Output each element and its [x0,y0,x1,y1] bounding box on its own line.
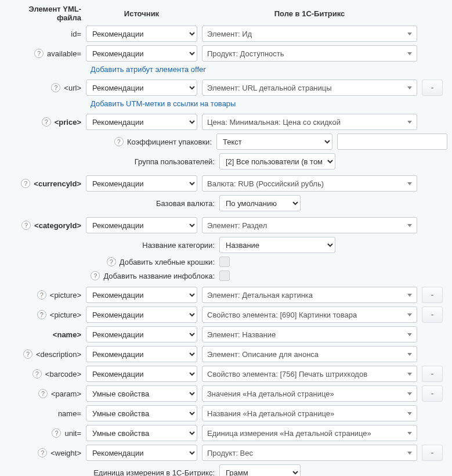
label-user-group: Группа пользователей: [135,157,215,166]
label-base-currency: Базовая валюта: [156,199,215,208]
help-icon[interactable]: ? [91,271,100,280]
label-category: <categoryId> [34,221,81,230]
label-url: <url> [64,84,81,92]
header-source: Источник [86,9,202,18]
field-param[interactable]: Значения «На детальной странице» [202,385,417,402]
source-name[interactable]: Рекомендации [86,326,197,342]
field-available[interactable]: Продукт: Доступность [202,45,417,62]
source-url[interactable]: Рекомендации [86,80,197,96]
cat-name-select[interactable]: Название [219,237,335,253]
link-utm[interactable]: Добавить UTM-метки в ссылки на товары [91,99,236,108]
delete-button[interactable]: - [422,80,443,96]
source-param[interactable]: Умные свойства [86,385,197,402]
field-url[interactable]: Элемент: URL детальной страницы [202,80,417,96]
help-icon[interactable]: ? [37,310,46,319]
help-icon[interactable]: ? [21,179,30,188]
label-picture2: <picture> [50,311,81,319]
label-picture1: <picture> [50,291,81,300]
field-barcode[interactable]: Свойство элемента: [756] Печать штрихкод… [202,366,417,382]
help-icon[interactable]: ? [42,117,51,127]
source-name-attr[interactable]: Умные свойства [86,405,197,421]
source-barcode[interactable]: Рекомендации [86,366,197,382]
field-picture1[interactable]: Элемент: Детальная картинка [202,287,417,303]
field-picture2[interactable]: Свойство элемента: [690] Картинки товара [202,306,417,323]
delete-button[interactable]: - [422,385,443,402]
source-weight[interactable]: Рекомендации [86,445,197,461]
delete-button[interactable]: - [422,445,443,461]
help-icon[interactable]: ? [114,137,124,146]
help-icon[interactable]: ? [51,83,60,92]
source-description[interactable]: Рекомендации [86,346,197,362]
pack-coef-input[interactable] [337,134,447,150]
help-icon[interactable]: ? [107,257,116,266]
label-available: available= [47,49,81,58]
field-name-attr[interactable]: Названия «На детальной странице» [202,405,417,421]
delete-button[interactable]: - [422,287,443,303]
source-currency[interactable]: Рекомендации [86,175,197,192]
help-icon[interactable]: ? [52,428,61,438]
field-description[interactable]: Элемент: Описание для анонса [202,346,417,362]
label-pack-coef: Коэффициент упаковки: [127,138,212,146]
pack-coef-select[interactable]: Текст [216,134,332,150]
source-category[interactable]: Рекомендации [86,217,197,233]
label-unit: unit= [64,429,81,438]
field-currency[interactable]: Валюта: RUB (Российский рубль) [202,175,417,192]
help-icon[interactable]: ? [37,290,46,300]
label-name: <name> [53,330,81,339]
label-weight-unit: Единица измерения в 1С-Битрикс: [93,468,215,477]
help-icon[interactable]: ? [32,369,42,378]
label-iblock-name: Добавить название инфоблока: [103,272,215,280]
source-price[interactable]: Рекомендации [86,114,197,130]
header-field: Поле в 1С-Битрикс [202,9,422,18]
field-category[interactable]: Элемент: Раздел [202,217,417,233]
header-yml: Элемент YML-файла [5,5,86,22]
source-id[interactable]: Рекомендации [86,26,197,42]
delete-button[interactable]: - [422,306,443,323]
field-unit[interactable]: Единица измерения «На детальной странице… [202,425,417,441]
label-id: id= [71,30,81,38]
label-name-attr: name= [58,409,81,418]
label-barcode: <barcode> [45,370,81,378]
label-weight: <weight> [50,449,81,457]
help-icon[interactable]: ? [38,389,48,398]
source-available[interactable]: Рекомендации [86,45,197,62]
label-param: <param> [51,390,81,398]
iblock-name-checkbox[interactable] [219,271,230,281]
source-unit[interactable]: Умные свойства [86,425,197,441]
label-currency: <currencyId> [34,179,81,188]
help-icon[interactable]: ? [34,49,44,58]
help-icon[interactable]: ? [21,221,31,230]
field-name[interactable]: Элемент: Название [202,326,417,342]
label-description: <description> [36,350,81,359]
field-id[interactable]: Элемент: Ид [202,26,417,42]
source-picture2[interactable]: Рекомендации [86,306,197,323]
user-group-select[interactable]: [2] Все пользователи (в том чис [219,153,335,170]
field-weight[interactable]: Продукт: Вес [202,445,417,461]
source-picture1[interactable]: Рекомендации [86,287,197,303]
base-currency-select[interactable]: По умолчанию [219,195,301,211]
link-offer-attr[interactable]: Добавить атрибут элемента offer [91,65,206,74]
breadcrumbs-checkbox[interactable] [219,257,230,267]
delete-button[interactable]: - [422,366,443,382]
label-cat-name: Название категории: [142,241,215,250]
field-price[interactable]: Цена: Минимальная: Цена со скидкой [202,114,417,130]
help-icon[interactable]: ? [38,448,47,457]
help-icon[interactable]: ? [23,349,32,359]
label-price: <price> [55,118,81,127]
label-breadcrumbs: Добавить хлебные крошки: [120,258,215,266]
weight-unit-select[interactable]: Грамм [219,464,301,476]
